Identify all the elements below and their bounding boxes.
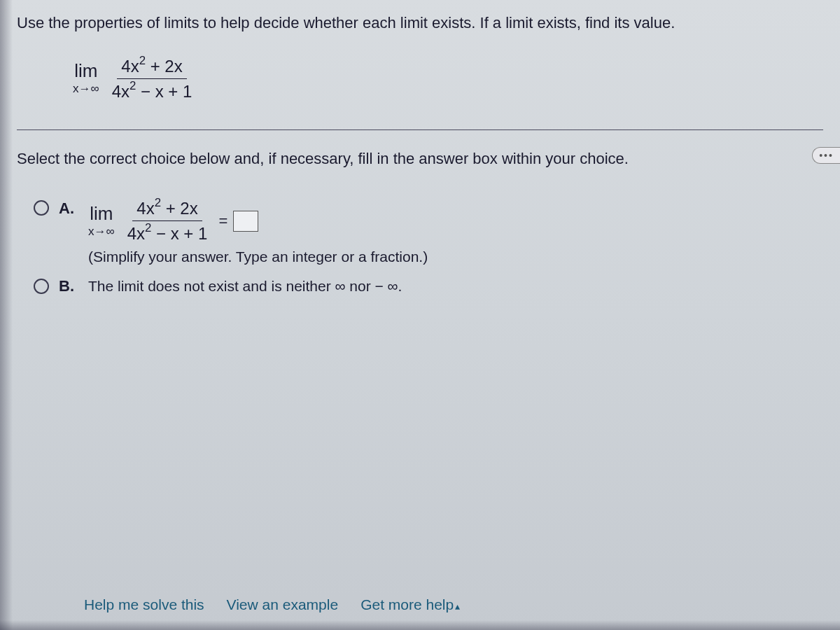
help-solve-link[interactable]: Help me solve this	[84, 596, 204, 613]
answer-input[interactable]	[233, 211, 258, 232]
choices-group: A. lim x→∞ 4x2 + 2x 4x2 − x + 1 =	[34, 197, 823, 295]
choice-a: A. lim x→∞ 4x2 + 2x 4x2 − x + 1 =	[34, 197, 823, 265]
lim-notation-a: lim x→∞	[88, 204, 115, 238]
view-example-link[interactable]: View an example	[227, 596, 339, 613]
get-more-help-link[interactable]: Get more help▴	[360, 596, 460, 613]
denominator: 4x2 − x + 1	[108, 79, 197, 102]
select-instruction: Select the correct choice below and, if …	[17, 150, 823, 168]
choice-a-expression: lim x→∞ 4x2 + 2x 4x2 − x + 1 =	[88, 197, 428, 244]
choice-a-hint: (Simplify your answer. Type an integer o…	[88, 248, 428, 265]
equals-sign: =	[218, 212, 227, 230]
screen-edge-left	[0, 0, 13, 630]
choice-b-text: The limit does not exist and is neither …	[88, 276, 402, 295]
choice-a-label: A.	[59, 197, 74, 218]
divider	[17, 130, 823, 130]
fraction-a: 4x2 + 2x 4x2 − x + 1	[123, 197, 212, 244]
more-dots-icon: •••	[819, 150, 834, 161]
dropdown-arrow-icon: ▴	[455, 601, 460, 612]
choice-b-label: B.	[59, 275, 74, 295]
lim-label: lim	[74, 61, 97, 81]
numerator: 4x2 + 2x	[117, 55, 186, 79]
lim-notation: lim x→∞	[73, 61, 99, 95]
fraction: 4x2 + 2x 4x2 − x + 1	[108, 55, 197, 102]
question-prompt: Use the properties of limits to help dec…	[17, 13, 823, 34]
lim-approach: x→∞	[73, 83, 99, 96]
radio-a[interactable]	[34, 200, 49, 216]
footer-links: Help me solve this View an example Get m…	[84, 596, 460, 613]
limit-expression: lim x→∞ 4x2 + 2x 4x2 − x + 1	[73, 55, 823, 102]
choice-b: B. The limit does not exist and is neith…	[34, 275, 823, 295]
radio-b[interactable]	[34, 279, 49, 294]
screen-edge-bottom	[0, 620, 840, 630]
more-button[interactable]: •••	[812, 147, 840, 164]
